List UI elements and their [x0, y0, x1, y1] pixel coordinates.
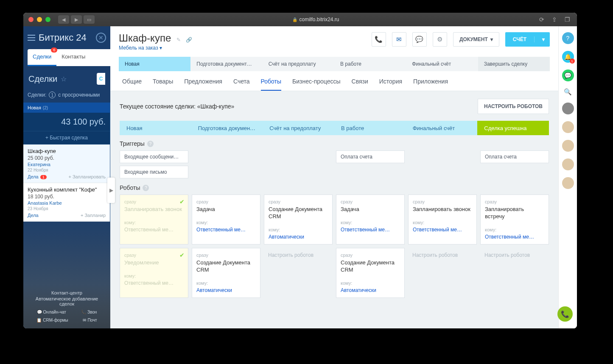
automation-stages: Новая Подготовка докумен… Счёт на предоп… [120, 121, 549, 135]
link-icon[interactable]: 🔗 [186, 37, 192, 43]
configure-robots-link[interactable]: Настроить роботов [408, 248, 477, 298]
deal-category[interactable]: Мебель на заказ ▾ [119, 45, 192, 51]
avatar[interactable] [562, 103, 574, 114]
chevron-down-icon: ▾ [490, 36, 493, 42]
filter-button[interactable]: C [97, 73, 105, 85]
call-fab-icon[interactable]: 📞 [557, 306, 573, 322]
deal-title: Шкаф-купе [119, 32, 171, 44]
robot-card[interactable]: сразуЗапланировать звоноккому:Ответствен… [408, 195, 477, 245]
stage-column[interactable]: Новая [120, 121, 191, 135]
robot-card[interactable]: сразуСоздание Документа CRMкому:Автомати… [264, 195, 333, 245]
configure-robots-link[interactable]: Настроить роботов [264, 248, 333, 298]
reload-icon[interactable]: ⟳ [537, 16, 546, 23]
edit-icon[interactable]: ✎ [176, 37, 181, 43]
maximize-window-icon[interactable] [45, 17, 50, 22]
forward-button[interactable]: ▶ [71, 15, 82, 24]
chevron-down-icon[interactable]: ▾ [534, 36, 550, 42]
star-icon[interactable]: ☆ [61, 75, 67, 83]
overdue-filter[interactable]: Сделки: 1 с просроченными [23, 89, 110, 101]
sub-tab-0[interactable]: Общие [122, 78, 142, 91]
minimize-window-icon[interactable] [37, 17, 42, 22]
kanban-stage-header: Новая(2) [23, 103, 110, 113]
robot-card[interactable]: сразуЗапланировать встречукому:Ответстве… [480, 195, 549, 245]
trigger-item[interactable]: Входящее письмо [120, 166, 188, 178]
deal-stages: Новая Подготовка документ… Счёт на предо… [119, 57, 550, 71]
url-bar[interactable]: 🔒comilfo.bitrix24.ru [98, 17, 534, 22]
back-button[interactable]: ◀ [58, 15, 69, 24]
document-button[interactable]: ДОКУМЕНТ▾ [453, 32, 499, 47]
robot-card[interactable]: сразуЗадачакому:Ответственный ме… [336, 195, 405, 245]
sub-tab-3[interactable]: Счета [233, 78, 250, 91]
chat-icon[interactable]: 💬 Онлайн-чат [37, 310, 66, 314]
invoice-button[interactable]: СЧЁТ▾ [505, 32, 550, 47]
stage-button[interactable]: Финальный счёт [406, 57, 478, 71]
chevron-down-icon: ▾ [160, 45, 162, 51]
sub-tab-6[interactable]: Связи [352, 78, 368, 91]
quick-deal-button[interactable]: + Быстрая сделка [23, 131, 110, 144]
stage-column[interactable]: Подготовка докумен… [191, 121, 263, 135]
stage-button[interactable]: Подготовка документ… [190, 57, 262, 71]
avatar[interactable] [562, 140, 574, 152]
expand-panel-button[interactable]: ▶ [107, 178, 115, 203]
stage-sum: 43 100 руб. [23, 113, 110, 131]
stage-column[interactable]: Финальный счёт [406, 121, 478, 135]
lock-icon: 🔒 [292, 17, 297, 22]
sub-tab-8[interactable]: Приложения [413, 78, 448, 91]
sub-tab-2[interactable]: Предложения [184, 78, 222, 91]
deal-card[interactable]: Шкаф-купе 25 000 руб. Екатерина 22 Ноябр… [23, 144, 110, 183]
chat-icon[interactable]: 💬 [412, 32, 427, 47]
trigger-item[interactable]: Входящее сообщени… [120, 150, 188, 163]
sub-tab-1[interactable]: Товары [153, 78, 173, 91]
triggers-label: Триггеры [120, 140, 145, 147]
avatar[interactable] [562, 177, 574, 189]
robot-card[interactable]: сразуЗадачакому:Ответственный ме… [192, 195, 260, 245]
help-icon[interactable]: ? [143, 185, 149, 191]
stage-button[interactable]: В работе [334, 57, 406, 71]
right-rail: ? 🔔1 💬 🔍 📞 [558, 26, 577, 328]
tab-contacts[interactable]: Контакты [56, 49, 90, 66]
stage-button[interactable]: Счёт на предоплату [263, 57, 334, 71]
avatar[interactable] [562, 158, 574, 170]
stage-column[interactable]: Счёт на предоплату [263, 121, 334, 135]
robot-card[interactable]: ✔сразуУведомлениекому:Ответственный ме… [120, 248, 188, 298]
sidebar-toggle-icon[interactable]: ▭ [84, 15, 95, 24]
call-icon[interactable]: 📞 [372, 32, 386, 47]
stage-button[interactable]: Завершить сделку [478, 57, 550, 71]
support-chat-icon[interactable]: 💬 [562, 69, 574, 81]
share-icon[interactable]: ⇪ [550, 16, 559, 23]
gear-icon[interactable]: ⚙ [433, 32, 447, 47]
trigger-item[interactable]: Оплата счета [336, 150, 405, 163]
sub-tab-7[interactable]: История [379, 78, 402, 91]
tabs-icon[interactable]: ❐ [563, 16, 572, 23]
help-icon[interactable]: ? [562, 32, 574, 44]
contact-center-promo: Контакт-центр Автоматическое добавление … [23, 284, 110, 328]
tab-deals[interactable]: Сделки6 [28, 49, 56, 66]
stage-column[interactable]: В работе [334, 121, 406, 135]
close-icon[interactable]: ✕ [96, 33, 106, 43]
main-panel: Шкаф-купе ✎ 🔗 Мебель на заказ ▾ 📞 ✉ 💬 ⚙ … [110, 26, 558, 328]
close-window-icon[interactable] [28, 17, 34, 22]
stage-button[interactable]: Новая [119, 57, 190, 71]
robot-card[interactable]: сразуСоздание Документа CRMкому:Автомати… [192, 248, 260, 298]
app-logo: Битрикс 24 [39, 32, 87, 43]
sub-tab-4[interactable]: Роботы [261, 78, 281, 91]
search-icon[interactable]: 🔍 [564, 88, 572, 96]
left-panel: Битрикс 24 ✕ Сделки6 Контакты Сделки ☆ C… [23, 26, 110, 328]
help-icon[interactable]: ? [147, 141, 154, 147]
forms-icon[interactable]: 📋 CRM-формы [36, 318, 68, 322]
stage-column[interactable]: Сделка успешна [477, 121, 549, 135]
trigger-item[interactable]: Оплата счета [480, 150, 549, 163]
avatar[interactable] [562, 121, 574, 133]
mail-icon[interactable]: ✉ Почт [83, 318, 97, 322]
phone-icon[interactable]: 📞 Звон [81, 310, 97, 314]
email-icon[interactable]: ✉ [392, 32, 406, 47]
deal-card[interactable]: Кухонный комплект "Кофе" 18 100 руб. Ana… [23, 183, 110, 222]
robot-card[interactable]: ✔сразуЗапланировать звоноккому:Ответстве… [120, 195, 188, 245]
sub-tab-5[interactable]: Бизнес-процессы [292, 78, 340, 91]
menu-icon[interactable] [28, 35, 35, 41]
configure-robots-button[interactable]: НАСТРОИТЬ РОБОТОВ [478, 99, 549, 114]
configure-robots-link[interactable]: Настроить роботов [480, 248, 549, 298]
detail-sub-tabs: ОбщиеТоварыПредложенияСчетаРоботыБизнес-… [119, 71, 550, 91]
robot-card[interactable]: сразуСоздание Документа CRMкому:Автомати… [336, 248, 405, 298]
notifications-icon[interactable]: 🔔1 [562, 51, 574, 63]
